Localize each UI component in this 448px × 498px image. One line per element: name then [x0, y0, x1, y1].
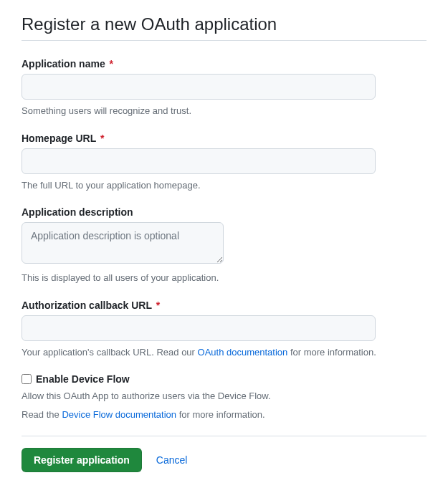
- callback-url-input[interactable]: [22, 315, 376, 341]
- device-flow-hint-post: for more information.: [176, 409, 265, 420]
- callback-hint-post: for more information.: [287, 347, 376, 358]
- device-flow-docs-link[interactable]: Device Flow documentation: [62, 409, 176, 420]
- homepage-url-input[interactable]: [22, 148, 376, 174]
- homepage-url-label-text: Homepage URL: [22, 133, 96, 144]
- app-description-label: Application description: [22, 206, 426, 218]
- required-mark: *: [156, 300, 160, 311]
- cancel-link[interactable]: Cancel: [156, 454, 188, 466]
- callback-url-label: Authorization callback URL *: [22, 300, 426, 311]
- device-flow-hint-2: Read the Device Flow documentation for m…: [22, 408, 426, 422]
- app-description-hint: This is displayed to all users of your a…: [22, 271, 426, 285]
- form-actions: Register application Cancel: [22, 448, 426, 472]
- device-flow-checkbox[interactable]: [22, 374, 32, 384]
- field-callback-url: Authorization callback URL * Your applic…: [22, 300, 426, 360]
- field-app-description: Application description This is displaye…: [22, 206, 426, 285]
- required-mark: *: [100, 133, 104, 144]
- app-name-hint: Something users will recognize and trust…: [22, 104, 426, 118]
- field-app-name: Application name * Something users will …: [22, 58, 426, 118]
- field-homepage-url: Homepage URL * The full URL to your appl…: [22, 133, 426, 193]
- field-device-flow: Enable Device Flow Allow this OAuth App …: [22, 373, 426, 421]
- app-description-textarea[interactable]: [22, 222, 224, 264]
- callback-hint-pre: Your application's callback URL. Read ou…: [22, 347, 198, 358]
- app-name-label: Application name *: [22, 58, 426, 70]
- callback-url-label-text: Authorization callback URL: [22, 300, 152, 311]
- device-flow-hint-1: Allow this OAuth App to authorize users …: [22, 389, 426, 403]
- required-mark: *: [110, 58, 113, 70]
- page-title: Register a new OAuth application: [22, 14, 426, 41]
- app-name-input[interactable]: [22, 74, 376, 100]
- device-flow-label[interactable]: Enable Device Flow: [36, 373, 130, 385]
- oauth-docs-link[interactable]: OAuth documentation: [198, 347, 288, 358]
- callback-url-hint: Your application's callback URL. Read ou…: [22, 345, 426, 360]
- app-name-label-text: Application name: [22, 58, 105, 70]
- device-flow-hint-pre: Read the: [22, 409, 62, 420]
- homepage-url-label: Homepage URL *: [22, 133, 426, 144]
- register-button[interactable]: Register application: [22, 448, 142, 472]
- divider: [22, 436, 426, 436]
- homepage-url-hint: The full URL to your application homepag…: [22, 178, 426, 193]
